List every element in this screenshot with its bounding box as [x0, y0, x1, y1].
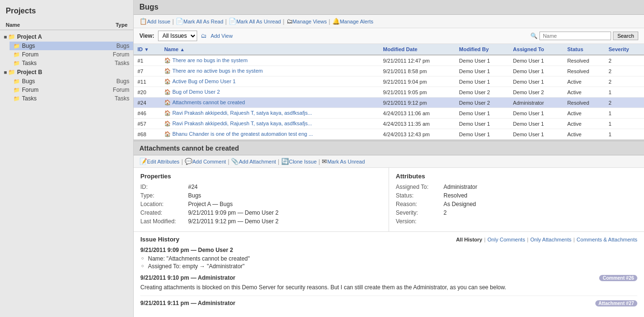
prop-value: Project A — Bugs [188, 201, 232, 208]
child-label: Forum [22, 87, 113, 93]
search-input[interactable] [539, 32, 611, 40]
mark-all-read-icon: 📄 [176, 18, 183, 25]
issue-name-link[interactable]: Active Bug of Demo User 1 [172, 78, 236, 84]
add-comment-icon: 💬 [185, 158, 192, 165]
filter-separator: | [573, 237, 575, 242]
issue-name-link[interactable]: Bug of Demo User 2 [172, 89, 220, 95]
add-issue-button[interactable]: Add Issue [147, 19, 170, 24]
sidebar-item-1-2[interactable]: 📁TasksTasks [10, 94, 133, 103]
prop-label: Last Modified: [140, 218, 188, 225]
child-label: Tasks [22, 60, 115, 66]
mark-all-unread-button[interactable]: Mark All As Unread [236, 19, 281, 24]
issue-status: Active [563, 119, 605, 129]
issue-name: 🏠There are no bugs in the system [160, 55, 379, 66]
sidebar-item-0-0[interactable]: 📁BugsBugs [10, 42, 133, 50]
sidebar-item-1-1[interactable]: 📁ForumForum [10, 86, 133, 94]
history-entry: 9/21/2011 9:10 pm — Administrator Commen… [140, 274, 637, 296]
issue-name-link[interactable]: Ravi Prakash akkipeddi, Rajuesh T, satya… [172, 110, 312, 116]
table-row[interactable]: #11 🏠Active Bug of Demo User 1 9/21/2011… [134, 77, 644, 87]
col-status[interactable]: Status [563, 44, 605, 55]
prop-label: ID: [140, 184, 188, 190]
property-row: Created:9/21/2011 9:09 pm — Demo User 2 [140, 209, 382, 216]
issue-name: 🏠Bhanu Chander is one of the greatest au… [160, 129, 379, 140]
view-select[interactable]: All Issues Active Resolved [158, 31, 197, 41]
issue-assigned-to: Demo User 1 [509, 119, 564, 129]
bugs-toolbar: 📋 Add Issue | 📄 Mark All As Read | 📄 Mar… [134, 15, 644, 28]
prop-value: 9/21/2011 9:12 pm — Demo User 2 [188, 218, 278, 225]
col-modified-date[interactable]: Modified Date [379, 44, 455, 55]
add-attachment-button[interactable]: Add Attachment [239, 159, 276, 164]
col-assigned-to[interactable]: Assigned To [509, 44, 564, 55]
edit-attributes-button[interactable]: Edit Attributes [147, 159, 179, 164]
col-severity[interactable]: Severity [605, 44, 644, 55]
issue-modified-by: Demo User 1 [455, 108, 509, 119]
table-row[interactable]: #24 🏠Attachments cannot be created 9/21/… [134, 98, 644, 108]
sidebar-item-0-1[interactable]: 📁ForumForum [10, 50, 133, 59]
issue-severity: 1 [605, 87, 644, 98]
add-view-button[interactable]: Add View [211, 33, 232, 39]
property-row: Last Modified:9/21/2011 9:12 pm — Demo U… [140, 218, 382, 225]
issue-modified-by: Demo User 1 [455, 129, 509, 140]
table-row[interactable]: #68 🏠Bhanu Chander is one of the greates… [134, 129, 644, 140]
history-filter-3[interactable]: Comments & Attachments [577, 237, 637, 242]
history-filter-1[interactable]: Only Comments [487, 237, 525, 242]
table-row[interactable]: #57 🏠Ravi Prakash akkipeddi, Rajuesh T, … [134, 119, 644, 129]
folder-icon: 📁 [8, 33, 15, 40]
sidebar-item-0-2[interactable]: 📁TasksTasks [10, 59, 133, 67]
table-row[interactable]: #20 🏠Bug of Demo User 2 9/21/2011 9:05 p… [134, 87, 644, 98]
table-row[interactable]: #7 🏠There are no active bugs in the syst… [134, 66, 644, 77]
property-row: Location:Project A — Bugs [140, 201, 382, 208]
sidebar-project-0[interactable]: ■📁Project A [0, 32, 133, 42]
mark-all-read-button[interactable]: Mark All As Read [183, 19, 223, 24]
issue-name: 🏠Bug of Demo User 2 [160, 87, 379, 98]
issue-modified-date: 4/24/2013 12:43 pm [379, 129, 455, 140]
issue-modified-date: 9/21/2011 9:12 pm [379, 98, 455, 108]
table-row[interactable]: #46 🏠Ravi Prakash akkipeddi, Rajuesh T, … [134, 108, 644, 119]
issue-assigned-to: Administrator [509, 98, 564, 108]
history-filter-2[interactable]: Only Attachments [530, 237, 571, 242]
filter-separator: | [484, 237, 486, 242]
attachment-date: 9/21/2011 9:11 pm — Administrator [140, 300, 235, 306]
attr-label: Version: [396, 218, 443, 225]
detail-panel: Attachments cannot be created 📝 Edit Att… [134, 141, 644, 317]
history-filter-0[interactable]: All History [456, 237, 482, 242]
folder-icon: 📁 [8, 69, 15, 76]
issue-status: Active [563, 108, 605, 119]
col-name[interactable]: Name ▲ [160, 44, 379, 55]
issue-assigned-to: Demo User 1 [509, 66, 564, 77]
col-id[interactable]: ID ▼ [134, 44, 160, 55]
issue-status: Active [563, 87, 605, 98]
search-button[interactable]: Search [613, 32, 638, 40]
issue-name-link[interactable]: There are no active bugs in the system [172, 68, 263, 74]
mark-as-unread-button[interactable]: Mark As Unread [327, 159, 365, 164]
prop-label: Created: [140, 209, 188, 216]
view-bar: View: All Issues Active Resolved 🗂 Add V… [134, 28, 644, 44]
mark-all-unread-icon: 📄 [229, 18, 236, 25]
manage-views-icon: 🗂 [286, 18, 293, 25]
col-modified-by[interactable]: Modified By [455, 44, 509, 55]
sidebar-project-1[interactable]: ■📁Project B [0, 67, 133, 77]
issue-modified-by: Demo User 1 [455, 77, 509, 87]
detail-toolbar: 📝 Edit Attributes | 💬 Add Comment | 📎 Ad… [134, 155, 644, 168]
issue-name-link[interactable]: Bhanu Chander is one of the greatest aut… [172, 131, 313, 137]
properties-fields: ID:#24Type:BugsLocation:Project A — Bugs… [140, 184, 382, 225]
attributes-fields: Assigned To:AdministratorStatus:Resolved… [396, 184, 637, 225]
prop-value: #24 [188, 184, 198, 190]
attribute-row: Version: [396, 218, 637, 225]
properties-title: Properties [140, 173, 382, 180]
manage-alerts-icon: 🔔 [332, 18, 340, 25]
history-entry: 9/21/2011 9:11 pm — Administrator Attach… [140, 300, 637, 306]
issue-name-link[interactable]: Ravi Prakash akkipeddi, Rajuesh T, satya… [172, 120, 312, 126]
manage-views-button[interactable]: Manage Views [293, 19, 327, 24]
issue-modified-date: 4/24/2013 11:35 am [379, 119, 455, 129]
sidebar-item-1-0[interactable]: 📁BugsBugs [10, 77, 133, 86]
add-comment-button[interactable]: Add Comment [192, 159, 226, 164]
manage-alerts-button[interactable]: Manage Alerts [340, 19, 373, 24]
issue-severity: 2 [605, 98, 644, 108]
add-attachment-icon: 📎 [231, 158, 239, 165]
issue-name-link[interactable]: There are no bugs in the system [172, 57, 248, 63]
issue-name: 🏠Ravi Prakash akkipeddi, Rajuesh T, saty… [160, 108, 379, 119]
issue-name-link[interactable]: Attachments cannot be created [172, 99, 245, 105]
table-row[interactable]: #1 🏠There are no bugs in the system 9/21… [134, 55, 644, 66]
clone-issue-button[interactable]: Clone Issue [289, 159, 317, 164]
